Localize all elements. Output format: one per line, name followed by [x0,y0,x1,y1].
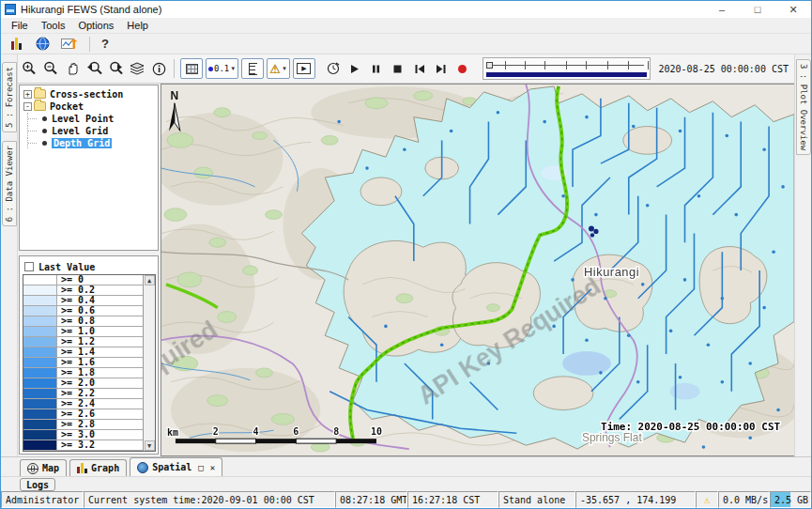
help-button[interactable]: ? [101,37,109,51]
bottom-bar: Map Graph Spatial □ ✕ Logs [1,456,811,491]
tree-guide [27,137,40,148]
main-toolbar: ? [1,34,811,54]
tree-item-level-point[interactable]: Level Point [23,113,158,124]
bar-chart-icon [77,463,87,473]
folder-icon [34,101,46,111]
timer-icon[interactable] [324,59,343,78]
scroll-up-icon[interactable]: ▲ [145,275,155,285]
tree-item-cross-section[interactable]: + Cross-section [23,88,158,100]
bullet-icon [42,116,47,121]
tree-guide [27,113,40,124]
menu-help[interactable]: Help [120,20,155,31]
tree-item-depth-grid[interactable]: Depth Grid [23,137,158,148]
svg-text:10: 10 [371,426,382,437]
last-value-option[interactable]: Last Value [23,259,156,274]
status-coordinates: -35.657 , 174.199 [575,491,696,508]
tree-item-level-grid[interactable]: Level Grid [23,125,158,136]
toolbar-separator [174,59,175,78]
last-value-checkbox[interactable] [24,262,34,271]
tab-graph[interactable]: Graph [69,459,127,476]
left-tab-strip: 5 : Forecast 6 : Data Viewer [1,54,18,456]
statistics-icon[interactable] [7,35,25,54]
step-forward-button[interactable] [432,59,451,78]
thresholds-dropdown[interactable]: ⚠ ▼ [267,58,290,79]
tree-item-pocket[interactable]: - Pocket [23,100,158,112]
tab-plot-overview[interactable]: 3 : Plot Overview [796,59,811,155]
info-icon[interactable] [149,59,168,78]
record-button[interactable] [453,59,472,78]
map-view[interactable]: API Key Required API Key Required N Hiku… [161,84,794,456]
bullet-icon [42,129,47,133]
svg-text:N: N [171,89,179,102]
status-memory[interactable]: 2.5 GB [770,491,811,508]
legend-class-list[interactable]: >= 0 >= 0.2 >= 0.4 >= 0.6 >= 0.8 >= 1.0 … [23,274,156,452]
grid-icon [186,64,198,74]
title-bar[interactable]: Hikurangi FEWS (Stand alone) – □ ✕ [1,1,811,18]
animation-button[interactable]: ▶ [293,58,315,79]
maximize-button[interactable]: □ [740,1,775,18]
menu-file[interactable]: File [5,20,35,31]
status-gmt-time: 08:27:18 GMT [335,491,407,508]
zoom-previous-icon[interactable] [84,59,103,78]
map-canvas[interactable]: API Key Required API Key Required N Hiku… [161,85,794,455]
slider-handle[interactable] [486,62,493,69]
menu-tools[interactable]: Tools [35,20,72,31]
tab-data-viewer[interactable]: 6 : Data Viewer [2,141,17,226]
status-warning-icon[interactable]: ⚠ [696,491,718,508]
tab-map[interactable]: Map [20,459,67,476]
expand-icon[interactable]: + [23,90,32,99]
menu-options[interactable]: Options [71,20,120,31]
warning-icon: ⚠ [269,62,281,76]
logs-tab[interactable]: Logs [20,478,55,491]
globe-icon [137,462,148,473]
legend-toggle-button[interactable] [241,58,264,79]
layers-icon[interactable] [128,59,146,78]
svg-text:km: km [167,427,178,438]
pan-icon[interactable] [63,59,82,78]
toolbar-separator [89,37,90,52]
close-button[interactable]: ✕ [775,1,811,18]
map-display-icon[interactable] [33,35,52,54]
minimize-button[interactable]: – [704,1,740,18]
pause-button[interactable] [367,59,386,78]
close-tab-icon[interactable]: ✕ [210,463,215,472]
record-icon [458,65,467,73]
chevron-down-icon: ▼ [282,66,287,71]
zoom-in-icon[interactable] [20,59,38,78]
svg-text:2: 2 [213,426,219,437]
svg-text:6: 6 [293,426,299,437]
scroll-down-icon[interactable]: ▼ [145,440,155,451]
contour-scale-dropdown[interactable]: 0.1 ▼ [206,58,238,79]
app-window: Hikurangi FEWS (Stand alone) – □ ✕ File … [0,0,812,509]
grid-display-button[interactable] [180,58,203,79]
dot-icon [208,67,213,71]
timeseries-icon[interactable] [59,35,78,54]
ruler-icon [249,63,257,75]
app-icon [5,4,16,15]
time-slider[interactable] [483,57,651,80]
maximize-tab-icon[interactable]: □ [198,463,203,472]
tab-forecast[interactable]: 5 : Forecast [2,62,17,132]
spatial-toolbar: 0.1 ▼ ⚠ ▼ ▶ [18,54,794,84]
tab-spatial[interactable]: Spatial □ ✕ [130,457,222,476]
locality-label: Springs Flat [582,431,642,444]
scale-value: 0.1 [214,64,229,73]
last-value-label: Last Value [38,262,95,272]
globe-wire-icon [27,463,38,474]
legend-rows: >= 0 >= 0.2 >= 0.4 >= 0.6 >= 0.8 >= 1.0 … [23,275,143,451]
zoom-out-icon[interactable] [41,59,60,78]
zoom-next-icon[interactable] [106,59,125,78]
legend-scrollbar[interactable]: ▲ ▼ [143,275,155,451]
status-bar: Administrator Current system time:2020-0… [1,491,811,508]
status-local-time: 16:27:18 CST [407,491,498,508]
layer-tree[interactable]: + Cross-section - Pocket Level P [19,85,159,251]
step-back-button[interactable] [410,59,429,78]
bullet-icon [42,141,47,146]
window-title: Hikurangi FEWS (Stand alone) [21,4,161,15]
collapse-icon[interactable]: - [23,102,32,111]
status-mode: Stand alone [498,491,575,508]
play-button[interactable] [345,59,364,78]
availability-bar [486,72,647,77]
stop-button[interactable] [389,59,407,78]
data-viewer-panel: + Cross-section - Pocket Level P [18,84,161,456]
